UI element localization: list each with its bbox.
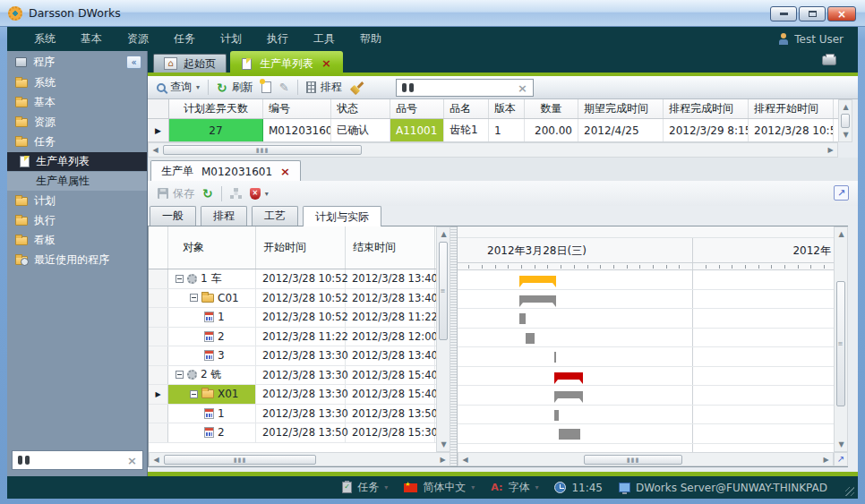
status-task-selector[interactable]: 任务 ▾: [337, 480, 393, 495]
scroll-right-icon[interactable]: ▶: [819, 453, 833, 466]
gantt-bar-task-7[interactable]: [554, 410, 559, 421]
scroll-left-icon[interactable]: ◀: [458, 453, 472, 466]
scroll-right-icon[interactable]: ▶: [824, 143, 837, 157]
detail-tab-0[interactable]: 一般: [150, 206, 196, 226]
schedule-button[interactable]: 排程: [306, 80, 342, 95]
sidebar-item-8[interactable]: 看板: [7, 231, 147, 250]
panel-splitter[interactable]: [450, 226, 457, 466]
detail-tab-2[interactable]: 工艺: [252, 206, 298, 226]
gantt-expand-button[interactable]: ↗: [834, 452, 848, 466]
document-tab[interactable]: 生产单 M012031601 ×: [150, 160, 301, 182]
scrollbar-thumb[interactable]: [841, 114, 850, 128]
scroll-right-icon[interactable]: ▶: [436, 453, 450, 466]
scroll-down-icon[interactable]: ▼: [437, 438, 450, 451]
tree-expander-icon[interactable]: [190, 390, 198, 398]
gantt-bar-task-2[interactable]: [519, 313, 526, 324]
tab-start-page[interactable]: ⌂ 起始页: [153, 54, 227, 73]
tab-order-list[interactable]: 生产单列表 ×: [230, 51, 343, 76]
tree-row-1[interactable]: C012012/3/28 10:522012/3/28 13:40: [149, 289, 450, 309]
toolbar-search-clear-icon[interactable]: ×: [518, 81, 527, 95]
menu-item-6[interactable]: 工具: [301, 28, 347, 50]
tree-row-4[interactable]: 32012/3/28 13:302012/3/28 13:40: [149, 346, 450, 366]
refresh-button[interactable]: ↻ 刷新: [217, 80, 253, 95]
tree-expander-icon[interactable]: [176, 275, 184, 283]
document-tab-close-icon[interactable]: ×: [280, 167, 290, 177]
tab-close-icon[interactable]: ×: [321, 58, 331, 69]
clean-button[interactable]: [350, 81, 364, 94]
scroll-up-icon[interactable]: ▲: [839, 100, 852, 114]
sidebar-item-4[interactable]: 生产单列表: [7, 152, 147, 171]
sidebar-collapse-button[interactable]: «: [126, 56, 141, 69]
gantt-bar-summary-6[interactable]: [554, 391, 583, 398]
new-button[interactable]: [261, 81, 271, 93]
tree-expander-icon[interactable]: [190, 294, 198, 302]
menu-item-2[interactable]: 资源: [115, 28, 161, 50]
scrollbar-thumb[interactable]: ≡: [836, 281, 845, 406]
maximize-button[interactable]: [799, 6, 826, 21]
toolbar-search-box[interactable]: ×: [396, 79, 534, 97]
edit-button[interactable]: ✎: [279, 81, 289, 94]
tree-row-2[interactable]: 12012/3/28 10:522012/3/28 11:22: [149, 308, 450, 328]
gantt-horizontal-scrollbar[interactable]: ◀ ▮▮▮ ▶: [458, 452, 834, 466]
sidebar-item-6[interactable]: 计划: [7, 192, 147, 210]
gantt-bar-task-4[interactable]: [554, 352, 557, 363]
gantt-bar-summary-0[interactable]: [519, 276, 556, 283]
scrollbar-thumb[interactable]: ▮▮▮: [163, 145, 362, 155]
sidebar-search-clear-icon[interactable]: ×: [127, 454, 137, 467]
menu-item-0[interactable]: 系统: [21, 28, 68, 50]
grid-horizontal-scrollbar[interactable]: ◀ ▮▮▮ ▶: [148, 142, 838, 158]
minimize-button[interactable]: [770, 6, 797, 21]
gantt-bar-summary-1[interactable]: [519, 295, 556, 303]
sidebar-item-3[interactable]: 任务: [7, 132, 147, 151]
gantt-bar-task-8[interactable]: [559, 429, 581, 440]
scroll-left-icon[interactable]: ◀: [149, 143, 162, 157]
scroll-up-icon[interactable]: ▲: [437, 227, 450, 241]
tree-row-7[interactable]: 12012/3/28 13:302012/3/28 13:50: [149, 405, 450, 424]
sidebar-search-box[interactable]: ×: [12, 450, 143, 470]
sidebar-item-9[interactable]: 最近使用的程序: [7, 251, 147, 269]
close-button[interactable]: ×: [827, 6, 856, 21]
sidebar-item-0[interactable]: 系统: [7, 73, 147, 92]
save-button[interactable]: 保存: [158, 186, 194, 201]
gantt-vertical-scrollbar[interactable]: ▲ ≡ ▼: [834, 226, 848, 452]
sidebar-item-7[interactable]: 执行: [7, 211, 147, 230]
tree-row-6[interactable]: ▶X012012/3/28 13:302012/3/28 15:40: [149, 385, 450, 405]
relation-button[interactable]: [230, 188, 242, 199]
sidebar-item-5[interactable]: 生产单属性: [7, 172, 147, 191]
scrollbar-thumb[interactable]: ▮▮▮: [164, 455, 316, 465]
grid-vertical-scrollbar[interactable]: ▲ ▼: [838, 99, 852, 142]
scroll-up-icon[interactable]: ▲: [835, 227, 848, 241]
detail-tab-3[interactable]: 计划与实际: [303, 206, 381, 226]
gantt-bar-summary-5[interactable]: [554, 372, 583, 380]
menu-item-7[interactable]: 帮助: [347, 28, 394, 50]
scrollbar-thumb[interactable]: ≡: [439, 242, 448, 340]
menu-item-4[interactable]: 计划: [208, 28, 254, 50]
tree-expander-icon[interactable]: [176, 371, 184, 379]
query-button[interactable]: 查询 ▾: [157, 80, 200, 95]
tree-row-5[interactable]: 2 铣2012/3/28 13:302012/3/28 15:40: [149, 366, 450, 386]
status-language-selector[interactable]: 简体中文 ▾: [398, 480, 480, 495]
printer-icon[interactable]: [822, 56, 836, 65]
sidebar-item-2[interactable]: 资源: [7, 113, 147, 132]
document-refresh-button[interactable]: ↻: [202, 188, 213, 199]
validate-button[interactable]: × ▾: [250, 188, 269, 200]
popout-button[interactable]: ↗: [834, 185, 849, 201]
tree-vertical-scrollbar[interactable]: ▲ ≡ ▼: [436, 226, 450, 452]
user-badge[interactable]: Test User: [778, 33, 858, 46]
scroll-left-icon[interactable]: ◀: [150, 453, 163, 466]
tree-row-0[interactable]: 1 车2012/3/28 10:522012/3/28 13:40: [149, 269, 450, 289]
sidebar-item-1[interactable]: 基本: [7, 93, 147, 112]
scroll-down-icon[interactable]: ▼: [839, 128, 852, 141]
menu-item-1[interactable]: 基本: [68, 28, 115, 50]
detail-tab-1[interactable]: 排程: [201, 206, 247, 226]
gantt-bar-task-3[interactable]: [526, 333, 534, 344]
tree-horizontal-scrollbar[interactable]: ◀ ▮▮▮ ▶: [149, 452, 450, 466]
tree-row-8[interactable]: 22012/3/28 13:502012/3/28 15:30: [149, 423, 450, 443]
grid-data-row[interactable]: ▶27M012031601已确认A11001齿轮11200.002012/4/2…: [148, 119, 838, 142]
menu-item-5[interactable]: 执行: [254, 28, 301, 50]
tree-row-3[interactable]: 22012/3/28 11:222012/3/28 12:00: [149, 328, 450, 347]
scrollbar-thumb[interactable]: ▮▮▮: [584, 455, 682, 465]
menu-item-3[interactable]: 任务: [161, 28, 208, 50]
status-font-selector[interactable]: A: 字体 ▾: [485, 480, 544, 495]
scroll-down-icon[interactable]: ▼: [835, 438, 848, 451]
